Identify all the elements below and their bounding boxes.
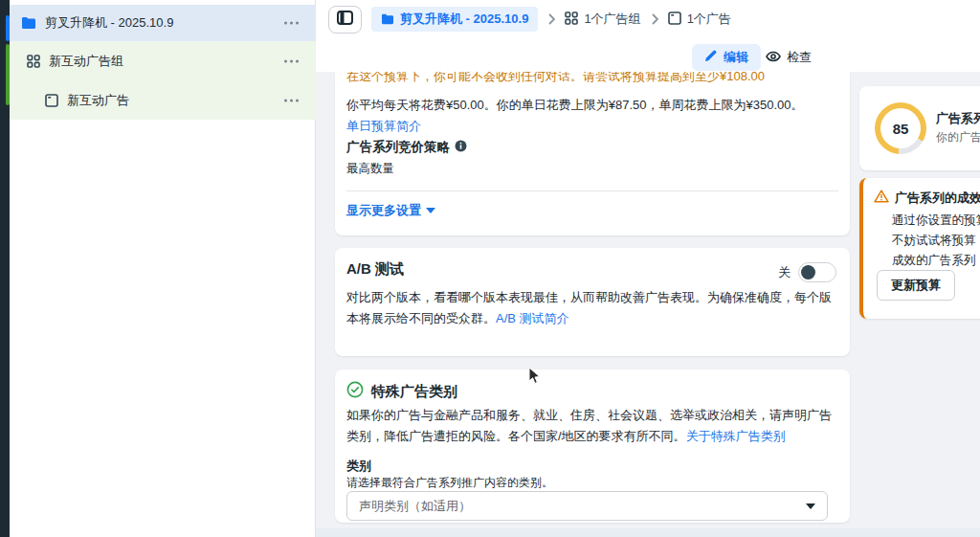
ad-frame-icon [45, 94, 58, 107]
category-dropdown-placeholder: 声明类别（如适用） [359, 498, 806, 515]
category-dropdown[interactable]: 声明类别（如适用） [346, 491, 828, 521]
bid-strategy-value: 最高数量 [346, 161, 394, 177]
footer-strip [316, 528, 980, 537]
divider [346, 190, 838, 191]
warning-text-line: 成效的广告系列 [892, 253, 976, 269]
breadcrumb-campaign[interactable]: 剪叉升降机 - 2025.10.9 [371, 7, 538, 32]
campaign-name: 剪叉升降机 - 2025.10.9 [45, 14, 173, 32]
left-rail [0, 0, 10, 537]
score-card-title: 广告系列 [936, 110, 980, 127]
folder-icon [381, 13, 394, 25]
review-button[interactable]: 检查 [766, 44, 812, 71]
special-category-title: 特殊广告类别 [371, 383, 457, 401]
info-icon[interactable] [455, 139, 467, 156]
chevron-right-icon [651, 13, 658, 25]
sidebar-item-ad[interactable]: 新互动广告 [10, 80, 316, 120]
check-circle-icon [346, 381, 364, 402]
special-ad-category-card: 特殊广告类别 如果你的广告与金融产品和服务、就业、住房、社会议题、选举或政治相关… [335, 369, 850, 523]
breadcrumb-ad[interactable]: 1个广告 [668, 11, 731, 28]
toggle-knob [801, 265, 815, 280]
category-helper-text: 请选择最符合广告系列推广内容的类别。 [346, 475, 553, 491]
special-category-info-link[interactable]: 关于特殊广告类别 [686, 429, 786, 443]
score-gauge: 85 [875, 102, 926, 154]
warning-text-line: 不妨试试将预算 [892, 233, 976, 249]
breadcrumb: 剪叉升降机 - 2025.10.9 1个广告组 1个广告 [371, 7, 731, 32]
score-value: 85 [880, 108, 921, 148]
chevron-down-icon [426, 208, 435, 213]
update-budget-button[interactable]: 更新预算 [877, 270, 955, 301]
pencil-icon [704, 50, 717, 65]
ab-test-toggle[interactable] [798, 262, 836, 282]
ab-test-info-link[interactable]: A/B 测试简介 [496, 311, 569, 325]
score-card-subtitle: 你的广告 [936, 129, 980, 145]
warning-title: 广告系列的成效 [895, 190, 980, 207]
top-header: 剪叉升降机 - 2025.10.9 1个广告组 1个广告 [316, 0, 980, 72]
show-more-settings-link[interactable]: 显示更多设置 [346, 202, 435, 219]
bid-strategy-label: 广告系列竞价策略 [346, 139, 450, 156]
budget-warning-text: 在这个预算下，你可能不会收到任何对话。请尝试将预算提高到至少¥108.00 [346, 72, 765, 85]
toggle-state-label: 关 [778, 264, 791, 281]
breadcrumb-adset[interactable]: 1个广告组 [565, 11, 640, 28]
budget-settings-card: 在这个预算下，你可能不会收到任何对话。请尝试将预算提高到至少¥108.00 你平… [335, 72, 850, 235]
sidebar-item-campaign[interactable]: 剪叉升降机 - 2025.10.9 [10, 5, 316, 41]
warning-text-line: 通过你设置的预算 [892, 213, 980, 229]
adset-grid-icon [27, 55, 40, 68]
more-options-icon[interactable] [280, 56, 302, 66]
daily-spend-text: 你平均每天将花费¥50.00。你的单日花费上限为¥87.50，单周花费上限为¥3… [346, 97, 804, 114]
special-category-description: 如果你的广告与金融产品和服务、就业、住房、社会议题、选举或政治相关，请声明广告类… [346, 405, 840, 447]
collapse-sidebar-button[interactable] [328, 6, 362, 34]
ab-test-card: A/B 测试 关 对比两个版本，看看哪个版本表现最佳，从而帮助改善广告表现。为确… [335, 248, 850, 356]
ad-frame-icon [668, 11, 681, 28]
chevron-right-icon [547, 13, 555, 25]
ab-test-description: 对比两个版本，看看哪个版本表现最佳，从而帮助改善广告表现。为确保准确度，每个版本… [346, 287, 840, 329]
adset-group-block: 新互动广告组 新互动广告 [10, 41, 316, 120]
category-label: 类别 [346, 458, 371, 475]
sidebar-item-adset[interactable]: 新互动广告组 [10, 41, 316, 80]
more-options-icon[interactable] [280, 95, 302, 105]
campaign-score-card: 85 广告系列 你的广告 [859, 86, 980, 170]
more-options-icon[interactable] [280, 18, 302, 29]
ad-name: 新互动广告 [67, 92, 129, 109]
edit-button[interactable]: 编辑 [692, 44, 761, 71]
eye-icon [766, 51, 781, 65]
campaign-tree-sidebar: 剪叉升降机 - 2025.10.9 新互动广告组 新互动广告 [10, 0, 316, 537]
adset-grid-icon [565, 11, 578, 28]
warning-triangle-icon [874, 190, 889, 207]
sidebar-panel-icon [337, 11, 353, 29]
daily-budget-info-link[interactable]: 单日预算简介 [346, 118, 421, 135]
folder-icon [21, 16, 36, 30]
ads-manager-window: 剪叉升降机 - 2025.10.9 新互动广告组 新互动广告 [0, 0, 980, 537]
ab-test-title: A/B 测试 [346, 260, 404, 279]
adset-name: 新互动广告组 [49, 53, 123, 70]
chevron-down-icon [806, 503, 815, 509]
campaign-performance-warning-card: 广告系列的成效 通过你设置的预算 不妨试试将预算 成效的广告系列 更新预算 [859, 178, 980, 319]
